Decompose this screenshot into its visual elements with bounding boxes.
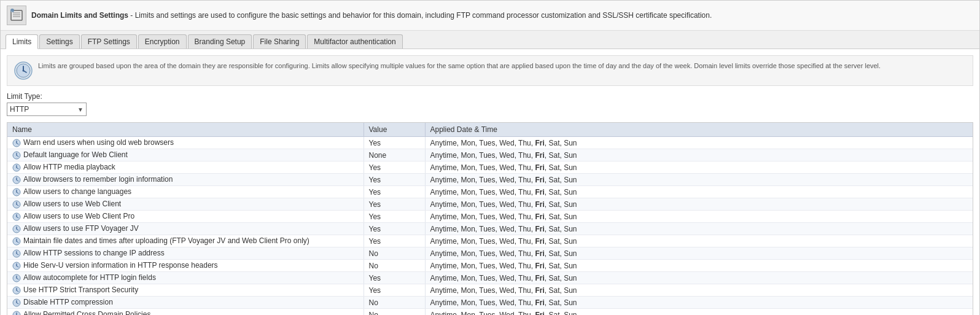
cell-name-text: Allow HTTP sessions to change IP address [23, 249, 165, 257]
cell-name: Warn end users when using old web browse… [7, 137, 364, 149]
cell-name: Allow browsers to remember login informa… [7, 174, 364, 186]
table-header: Name Value Applied Date & Time [7, 123, 973, 137]
table-row[interactable]: Disable HTTP compressionNoAnytime, Mon, … [7, 297, 973, 309]
row-clock-icon [12, 188, 21, 196]
row-clock-icon [12, 249, 21, 258]
tabs-bar: Limits Settings FTP Settings Encryption … [1, 31, 979, 49]
cell-applied: Anytime, Mon, Tues, Wed, Thu, Fri, Sat, … [425, 235, 973, 247]
table-row[interactable]: Allow users to change languagesYesAnytim… [7, 186, 973, 198]
limits-table-wrapper: Name Value Applied Date & Time Warn end … [7, 122, 973, 315]
limits-table: Name Value Applied Date & Time Warn end … [7, 123, 973, 315]
tab-limits[interactable]: Limits [6, 34, 38, 49]
cell-applied: Anytime, Mon, Tues, Wed, Thu, Fri, Sat, … [425, 186, 973, 198]
cell-name: Allow users to use Web Client [7, 198, 364, 211]
cell-name: Disable HTTP compression [7, 297, 364, 309]
content-area: Limits are grouped based upon the area o… [1, 49, 979, 315]
cell-name: Allow users to change languages [7, 186, 364, 198]
cell-value: Yes [364, 272, 425, 284]
cell-name-text: Allow users to use Web Client Pro [23, 212, 134, 220]
header-text: Domain Limits and Settings - Limits and … [31, 11, 712, 20]
cell-applied: Anytime, Mon, Tues, Wed, Thu, Fri, Sat, … [425, 260, 973, 272]
cell-name-text: Allow users to change languages [23, 187, 131, 196]
cell-name: Allow HTTP sessions to change IP address [7, 247, 364, 260]
cell-name-text: Hide Serv-U version information in HTTP … [23, 261, 218, 270]
cell-name-text: Warn end users when using old web browse… [23, 138, 174, 147]
cell-applied: Anytime, Mon, Tues, Wed, Thu, Fri, Sat, … [425, 149, 973, 161]
cell-name: Use HTTP Strict Transport Security [7, 284, 364, 297]
table-row[interactable]: Use HTTP Strict Transport SecurityYesAny… [7, 284, 973, 297]
table-row[interactable]: Allow users to use FTP Voyager JVYesAnyt… [7, 223, 973, 235]
cell-value: Yes [364, 284, 425, 297]
row-clock-icon [12, 200, 21, 209]
row-clock-icon [12, 163, 21, 172]
table-row[interactable]: Allow users to use Web Client ProYesAnyt… [7, 211, 973, 223]
cell-name-text: Allow users to use FTP Voyager JV [23, 224, 139, 233]
cell-name-text: Maintain file dates and times after uplo… [23, 236, 309, 245]
row-clock-icon [12, 237, 21, 246]
tab-encryption[interactable]: Encryption [138, 34, 187, 49]
header-description: - Limits and settings are used to config… [128, 11, 712, 20]
tab-multifactor[interactable]: Multifactor authentication [307, 34, 402, 49]
table-row[interactable]: Allow HTTP media playbackYesAnytime, Mon… [7, 161, 973, 174]
row-clock-icon [12, 262, 21, 270]
cell-name: Hide Serv-U version information in HTTP … [7, 260, 364, 272]
table-row[interactable]: Warn end users when using old web browse… [7, 137, 973, 149]
cell-value: Yes [364, 174, 425, 186]
cell-value: No [364, 309, 425, 316]
row-clock-icon [12, 151, 21, 160]
cell-name: Allow autocomplete for HTTP login fields [7, 272, 364, 284]
row-clock-icon [12, 139, 21, 147]
cell-applied: Anytime, Mon, Tues, Wed, Thu, Fri, Sat, … [425, 247, 973, 260]
table-row[interactable]: Allow users to use Web ClientYesAnytime,… [7, 198, 973, 211]
tab-ftp-settings[interactable]: FTP Settings [81, 34, 137, 49]
row-clock-icon [12, 225, 21, 233]
cell-applied: Anytime, Mon, Tues, Wed, Thu, Fri, Sat, … [425, 161, 973, 174]
cell-value: Yes [364, 161, 425, 174]
tab-file-sharing[interactable]: File Sharing [253, 34, 306, 49]
cell-applied: Anytime, Mon, Tues, Wed, Thu, Fri, Sat, … [425, 284, 973, 297]
table-row[interactable]: Hide Serv-U version information in HTTP … [7, 260, 973, 272]
cell-name: Allow HTTP media playback [7, 161, 364, 174]
table-row[interactable]: Maintain file dates and times after uplo… [7, 235, 973, 247]
tab-branding-setup[interactable]: Branding Setup [188, 34, 252, 49]
tab-settings[interactable]: Settings [39, 34, 79, 49]
cell-value: No [364, 297, 425, 309]
limit-type-select-container: HTTP ▼ [7, 103, 973, 116]
cell-value: Yes [364, 137, 425, 149]
cell-name-text: Use HTTP Strict Transport Security [23, 286, 138, 294]
cell-applied: Anytime, Mon, Tues, Wed, Thu, Fri, Sat, … [425, 137, 973, 149]
cell-value: Yes [364, 211, 425, 223]
cell-name-text: Allow browsers to remember login informa… [23, 175, 173, 184]
cell-name-text: Default language for Web Client [23, 150, 128, 159]
limit-type-label: Limit Type: [7, 92, 973, 101]
info-text: Limits are grouped based upon the area o… [38, 61, 881, 71]
cell-applied: Anytime, Mon, Tues, Wed, Thu, Fri, Sat, … [425, 223, 973, 235]
col-header-applied: Applied Date & Time [425, 123, 973, 137]
cell-name-text: Allow autocomplete for HTTP login fields [23, 273, 156, 282]
table-row[interactable]: Allow Permitted Cross Domain PoliciesNoA… [7, 309, 973, 316]
table-body: Warn end users when using old web browse… [7, 137, 973, 316]
row-clock-icon [12, 274, 21, 282]
page-wrapper: i Domain Limits and Settings - Limits an… [0, 0, 980, 315]
cell-value: Yes [364, 235, 425, 247]
cell-name-text: Allow users to use Web Client [23, 200, 121, 208]
table-row[interactable]: Allow autocomplete for HTTP login fields… [7, 272, 973, 284]
cell-name: Maintain file dates and times after uplo… [7, 235, 364, 247]
table-row[interactable]: Allow browsers to remember login informa… [7, 174, 973, 186]
table-row[interactable]: Allow HTTP sessions to change IP address… [7, 247, 973, 260]
limit-type-dropdown[interactable]: HTTP ▼ [7, 103, 87, 116]
limit-type-value: HTTP [10, 105, 29, 114]
cell-value: None [364, 149, 425, 161]
svg-point-10 [23, 70, 25, 72]
cell-name: Default language for Web Client [7, 149, 364, 161]
cell-value: No [364, 247, 425, 260]
row-clock-icon [12, 298, 21, 307]
cell-name: Allow users to use Web Client Pro [7, 211, 364, 223]
table-row[interactable]: Default language for Web ClientNoneAnyti… [7, 149, 973, 161]
col-header-value: Value [364, 123, 425, 137]
row-clock-icon [12, 212, 21, 221]
header-title: Domain Limits and Settings [31, 11, 128, 20]
cell-applied: Anytime, Mon, Tues, Wed, Thu, Fri, Sat, … [425, 272, 973, 284]
cell-value: Yes [364, 223, 425, 235]
row-clock-icon [12, 286, 21, 295]
